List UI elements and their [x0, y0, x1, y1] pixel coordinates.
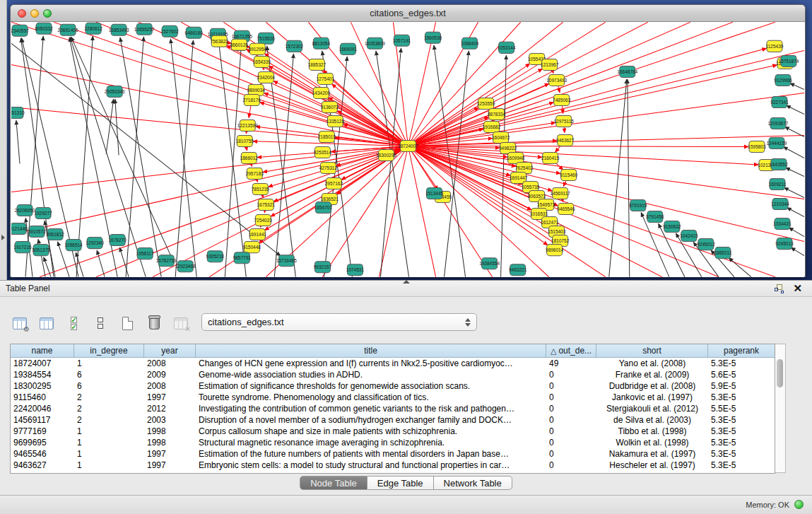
table-row[interactable]: 1830029562008Estimation of significance …: [11, 380, 775, 392]
network-node[interactable]: 9150632: [663, 221, 681, 233]
tab-network-table[interactable]: Network Table: [434, 476, 512, 490]
network-node[interactable]: 9253514: [314, 146, 332, 158]
column-header-name[interactable]: name: [11, 344, 74, 357]
network-canvas[interactable]: 2340557805033220691406228061216853493106…: [11, 22, 804, 277]
network-node[interactable]: 1253559: [477, 98, 495, 109]
network-node[interactable]: 14569117: [550, 188, 570, 199]
network-node[interactable]: 1854701: [314, 202, 333, 214]
table-row[interactable]: 1938455462009Genome-wide association stu…: [11, 369, 775, 380]
column-header-title[interactable]: title: [196, 344, 546, 357]
network-window[interactable]: citations_edges.txt 23405578050332206914…: [10, 4, 806, 277]
network-node[interactable]: 1678270: [108, 235, 126, 246]
network-node[interactable]: 8660128: [230, 39, 249, 50]
network-node[interactable]: 9245013: [775, 238, 794, 250]
network-node[interactable]: 2342004: [257, 71, 276, 83]
select-columns-icon[interactable]: ✓✓: [64, 314, 83, 332]
float-panel-icon[interactable]: [775, 284, 784, 293]
network-node[interactable]: 1125439: [766, 40, 784, 52]
network-node[interactable]: 1866012: [240, 153, 259, 164]
tab-node-table[interactable]: Node Table: [300, 476, 367, 490]
network-node[interactable]: 1074531: [346, 264, 365, 276]
network-node[interactable]: 2160415: [541, 153, 560, 164]
network-node[interactable]: 2185015: [318, 131, 336, 142]
close-panel-icon[interactable]: ✕: [793, 282, 802, 295]
table-row[interactable]: 946554611997Estimation of the future num…: [11, 448, 775, 460]
column-header-short[interactable]: short: [596, 344, 708, 357]
network-node[interactable]: 1042415: [680, 230, 698, 242]
network-node[interactable]: 2651310: [11, 107, 25, 118]
network-node[interactable]: 16782759: [156, 255, 177, 267]
network-node[interactable]: 5912954: [249, 43, 267, 54]
network-node[interactable]: 1034421: [773, 218, 792, 230]
divider-handle-icon[interactable]: [403, 280, 410, 284]
table-scrollbar[interactable]: [775, 344, 786, 473]
network-node[interactable]: 7851235: [252, 184, 270, 195]
network-node[interactable]: 10655257: [134, 23, 155, 35]
network-node[interactable]: 1643552: [770, 159, 788, 170]
network-node[interactable]: 1916682: [483, 121, 501, 132]
table-row[interactable]: 911546021997Tourette syndrome. Phenomeno…: [11, 392, 775, 403]
network-node[interactable]: 1609211: [769, 179, 787, 190]
network-node[interactable]: 10973493: [546, 74, 567, 86]
network-node[interactable]: 1654339: [253, 56, 271, 67]
network-node[interactable]: 7515526: [257, 33, 276, 44]
network-node[interactable]: 8050332: [35, 23, 53, 34]
column-header-year[interactable]: year: [144, 344, 196, 357]
network-node[interactable]: 8878334: [488, 108, 506, 119]
network-node[interactable]: 9150448: [243, 242, 261, 253]
network-node[interactable]: 1527602: [161, 25, 180, 37]
network-node[interactable]: 2957183: [246, 168, 264, 180]
network-node[interactable]: 12213599: [237, 119, 258, 131]
network-node[interactable]: 2280612: [84, 23, 102, 34]
network-node[interactable]: 1210344: [771, 199, 789, 210]
network-node[interactable]: 3910572: [28, 226, 46, 238]
table-row[interactable]: 946362711997Embryonic stem cells: a mode…: [11, 460, 775, 471]
delete-table-icon[interactable]: [144, 314, 164, 332]
network-node[interactable]: 16053809: [365, 37, 385, 49]
network-node[interactable]: 9129966: [774, 74, 792, 86]
table-row[interactable]: 1872400712008Changes of HCN gene express…: [11, 358, 775, 369]
network-node[interactable]: 16853493: [109, 24, 129, 35]
network-node[interactable]: 1958117: [136, 248, 154, 259]
network-node[interactable]: 5051375: [32, 245, 50, 256]
network-node[interactable]: 6791919: [629, 200, 647, 211]
network-node[interactable]: 18300295: [376, 150, 396, 161]
column-header-pagerank[interactable]: pagerank: [708, 344, 775, 357]
network-node[interactable]: 15716485: [276, 255, 297, 267]
table-selector-dropdown[interactable]: citations_edges.txt: [201, 313, 477, 331]
network-node[interactable]: 1213967: [541, 59, 559, 70]
network-node[interactable]: 8951812: [46, 229, 64, 240]
network-node[interactable]: 12093877: [768, 117, 789, 129]
network-node[interactable]: 7254023: [254, 215, 273, 226]
network-node[interactable]: 1865211: [714, 247, 731, 259]
network-node[interactable]: 12975115: [553, 115, 574, 127]
network-node[interactable]: 15751874: [779, 55, 799, 66]
network-node[interactable]: 1675321: [257, 199, 276, 211]
table-settings-icon[interactable]: ⚙: [10, 314, 30, 332]
network-node[interactable]: 1595803: [748, 141, 766, 152]
network-node[interactable]: 1053144: [498, 42, 516, 53]
network-node[interactable]: 9305218: [206, 251, 225, 262]
network-node[interactable]: 1275401: [317, 73, 335, 84]
network-node[interactable]: 12444159: [767, 137, 787, 148]
network-node[interactable]: 1664091: [339, 43, 358, 54]
network-node[interactable]: 16648784: [617, 66, 637, 77]
network-node[interactable]: 1917216: [13, 242, 32, 253]
expand-panel-arrow-icon[interactable]: [1, 235, 5, 240]
network-node[interactable]: 1066409: [461, 37, 479, 49]
network-node[interactable]: 1056514: [64, 240, 83, 251]
network-node[interactable]: 19384554: [479, 258, 500, 269]
network-node[interactable]: 9465546: [557, 204, 575, 215]
network-node[interactable]: 8791456: [646, 211, 664, 223]
network-node-hub[interactable]: 18724007: [398, 140, 418, 151]
network-node[interactable]: 9115460: [560, 170, 577, 181]
network-node[interactable]: 1810755: [236, 135, 254, 146]
network-node[interactable]: 1513445: [425, 188, 444, 199]
network-node[interactable]: 9227341: [770, 96, 789, 107]
scrollbar-thumb[interactable]: [777, 359, 783, 387]
network-window-titlebar[interactable]: citations_edges.txt: [11, 5, 805, 22]
network-node[interactable]: 20691406: [58, 24, 78, 35]
new-table-icon[interactable]: [117, 314, 137, 332]
network-node[interactable]: 9463627: [556, 134, 575, 146]
network-node[interactable]: 12923468: [175, 261, 196, 272]
